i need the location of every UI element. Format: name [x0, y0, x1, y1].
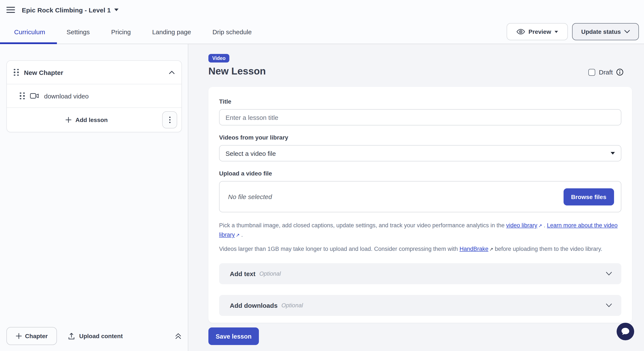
optional-label: Optional	[259, 270, 281, 277]
draft-checkbox[interactable]	[588, 69, 596, 76]
hamburger-menu-icon[interactable]	[6, 7, 15, 13]
tab-settings[interactable]: Settings	[66, 20, 90, 44]
tab-list: Curriculum Settings Pricing Landing page…	[0, 20, 252, 44]
compression-help-text: Videos larger than 1GB may take longer t…	[219, 244, 621, 254]
lesson-form-card: Title Videos from your library Select a …	[208, 87, 632, 323]
browse-files-button[interactable]: Browse files	[563, 188, 614, 205]
video-library-link[interactable]: video library	[506, 222, 538, 228]
save-lesson-button[interactable]: Save lesson	[208, 328, 259, 345]
drag-handle-icon[interactable]	[20, 92, 25, 100]
chevron-down-icon	[606, 304, 612, 307]
chevron-up-icon[interactable]	[169, 71, 174, 74]
optional-label: Optional	[281, 302, 303, 308]
top-bar: Epic Rock Climbing - Level 1	[0, 0, 644, 20]
add-text-accordion[interactable]: Add text Optional	[219, 263, 621, 284]
chevron-down-icon	[606, 272, 612, 276]
collapse-all-icon[interactable]	[175, 332, 182, 340]
no-file-text: No file selected	[228, 193, 272, 200]
draft-label: Draft	[599, 68, 613, 76]
caret-down-icon	[610, 152, 615, 154]
library-field-label: Videos from your library	[219, 134, 621, 141]
drag-handle-icon[interactable]	[14, 69, 19, 76]
plus-icon	[16, 333, 22, 339]
chapter-card: New Chapter download video	[6, 60, 182, 132]
handbrake-link[interactable]: HandBrake	[460, 246, 488, 252]
header-actions: Preview Update status	[507, 20, 639, 44]
add-lesson-button[interactable]: Add lesson	[11, 108, 162, 132]
app-window: Epic Rock Climbing - Level 1 Curriculum …	[0, 0, 644, 351]
tab-curriculum[interactable]: Curriculum	[14, 20, 45, 44]
chapter-header-row[interactable]: New Chapter	[7, 61, 182, 84]
info-icon[interactable]	[616, 68, 624, 76]
save-row: Save lesson	[208, 328, 259, 345]
lesson-header: Video New Lesson Draft	[208, 54, 632, 77]
add-text-label: Add text	[230, 270, 256, 278]
chapter-title: New Chapter	[24, 69, 63, 76]
add-downloads-label: Add downloads	[230, 302, 278, 309]
upload-field-label: Upload a video file	[219, 170, 621, 177]
add-downloads-accordion[interactable]: Add downloads Optional	[219, 295, 621, 316]
plus-icon	[66, 117, 72, 123]
lesson-page-title: New Lesson	[208, 66, 632, 77]
update-status-button[interactable]: Update status	[572, 23, 639, 40]
content-area: New Chapter download video	[0, 44, 644, 351]
external-link-icon: ↗	[236, 231, 240, 240]
add-lesson-row: Add lesson	[7, 108, 182, 132]
external-link-icon: ↗	[538, 221, 542, 230]
tab-pricing[interactable]: Pricing	[111, 20, 131, 44]
lesson-type-badge: Video	[208, 54, 229, 62]
lesson-title-input[interactable]	[219, 109, 621, 126]
file-upload-dropzone[interactable]: No file selected Browse files	[219, 181, 621, 212]
draft-toggle-group: Draft	[588, 68, 624, 76]
caret-down-icon[interactable]	[114, 8, 118, 11]
curriculum-sidebar: New Chapter download video	[0, 44, 188, 351]
external-link-icon: ↗	[489, 245, 493, 254]
upload-icon	[68, 332, 75, 340]
course-title[interactable]: Epic Rock Climbing - Level 1	[22, 6, 111, 14]
speech-bubble-icon	[620, 327, 630, 336]
tabs-bar: Curriculum Settings Pricing Landing page…	[0, 20, 644, 44]
sidebar-footer: Chapter Upload content	[0, 321, 188, 351]
video-library-select[interactable]: Select a video file	[219, 145, 621, 161]
lesson-title: download video	[44, 92, 89, 100]
video-library-help-text: Pick a thumbnail image, add closed capti…	[219, 221, 621, 240]
tab-landing-page[interactable]: Landing page	[152, 20, 191, 44]
video-camera-icon	[30, 93, 39, 99]
chat-widget-button[interactable]	[616, 323, 634, 340]
eye-icon	[516, 29, 525, 35]
add-chapter-button[interactable]: Chapter	[6, 327, 57, 345]
tab-drip-schedule[interactable]: Drip schedule	[212, 20, 252, 44]
caret-down-icon	[554, 30, 558, 33]
select-value: Select a video file	[226, 150, 276, 157]
chevron-down-icon	[624, 30, 630, 34]
lesson-editor: Video New Lesson Draft Title	[188, 44, 644, 351]
preview-button[interactable]: Preview	[507, 23, 568, 40]
title-field-label: Title	[219, 98, 621, 105]
chapter-options-button[interactable]	[162, 111, 177, 128]
lesson-row[interactable]: download video	[7, 84, 182, 108]
upload-content-button[interactable]: Upload content	[68, 332, 123, 340]
